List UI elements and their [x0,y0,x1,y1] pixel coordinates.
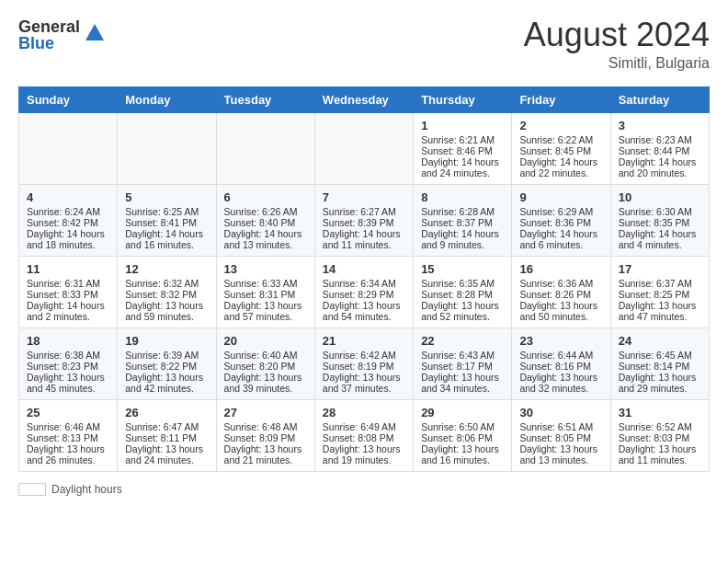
day-number: 25 [27,406,109,419]
calendar-cell: 3Sunrise: 6:23 AMSunset: 8:44 PMDaylight… [610,113,709,185]
day-info: Daylight: 13 hours and 24 minutes. [125,443,208,465]
day-info: Sunset: 8:09 PM [224,432,307,443]
day-info: Daylight: 14 hours and 11 minutes. [323,228,405,250]
calendar-cell: 1Sunrise: 6:21 AMSunset: 8:46 PMDaylight… [414,113,512,185]
day-info: Sunrise: 6:28 AM [421,206,504,217]
calendar-cell: 23Sunrise: 6:44 AMSunset: 8:16 PMDayligh… [512,328,610,400]
day-number: 15 [421,262,504,276]
day-number: 20 [224,334,307,348]
day-info: Sunset: 8:41 PM [125,217,208,228]
calendar-cell: 19Sunrise: 6:39 AMSunset: 8:22 PMDayligh… [118,328,216,400]
day-number: 26 [125,406,208,419]
day-info: Daylight: 14 hours and 24 minutes. [421,156,504,178]
day-info: Sunrise: 6:42 AM [323,350,405,361]
day-info: Sunset: 8:25 PM [619,289,701,300]
calendar-cell: 4Sunrise: 6:24 AMSunset: 8:42 PMDaylight… [19,185,118,257]
day-info: Daylight: 13 hours and 45 minutes. [27,372,109,394]
day-info: Daylight: 13 hours and 54 minutes. [323,300,405,322]
day-info: Sunset: 8:26 PM [519,289,602,300]
day-info: Sunset: 8:46 PM [421,145,504,156]
day-info: Daylight: 14 hours and 18 minutes. [27,228,109,250]
day-info: Sunrise: 6:44 AM [519,350,602,361]
calendar-cell [19,113,118,185]
calendar-cell: 18Sunrise: 6:38 AMSunset: 8:23 PMDayligh… [19,328,118,400]
calendar-cell: 12Sunrise: 6:32 AMSunset: 8:32 PMDayligh… [118,257,216,328]
calendar-cell: 16Sunrise: 6:36 AMSunset: 8:26 PMDayligh… [512,257,610,328]
day-header: Friday [512,87,610,113]
day-info: Sunrise: 6:36 AM [519,278,602,289]
day-number: 2 [519,119,602,132]
day-info: Sunset: 8:23 PM [27,361,109,372]
day-info: Sunrise: 6:26 AM [224,206,307,217]
calendar-cell: 25Sunrise: 6:46 AMSunset: 8:13 PMDayligh… [19,400,118,472]
day-info: Sunrise: 6:37 AM [619,278,701,289]
day-info: Daylight: 14 hours and 9 minutes. [421,228,504,250]
day-info: Daylight: 13 hours and 19 minutes. [323,443,405,465]
calendar-cell: 29Sunrise: 6:50 AMSunset: 8:06 PMDayligh… [414,400,512,472]
day-info: Daylight: 13 hours and 32 minutes. [519,372,602,394]
calendar-cell: 9Sunrise: 6:29 AMSunset: 8:36 PMDaylight… [512,185,610,257]
day-info: Sunset: 8:45 PM [519,145,602,156]
day-info: Daylight: 13 hours and 47 minutes. [619,300,701,322]
day-info: Sunset: 8:33 PM [27,289,109,300]
day-info: Sunrise: 6:33 AM [224,278,307,289]
calendar-week-row: 11Sunrise: 6:31 AMSunset: 8:33 PMDayligh… [19,257,710,328]
day-info: Sunrise: 6:30 AM [619,206,701,217]
day-number: 6 [224,190,307,204]
day-number: 1 [421,119,504,132]
day-header: Monday [118,87,216,113]
day-info: Daylight: 13 hours and 16 minutes. [421,443,504,465]
calendar-week-row: 18Sunrise: 6:38 AMSunset: 8:23 PMDayligh… [19,328,710,400]
logo-general: General [18,18,80,35]
day-header: Wednesday [314,87,413,113]
day-info: Sunrise: 6:50 AM [421,421,504,432]
day-info: Sunrise: 6:29 AM [519,206,602,217]
day-number: 30 [519,406,602,419]
day-info: Daylight: 13 hours and 21 minutes. [224,443,307,465]
logo-icon [84,22,106,44]
calendar-cell: 6Sunrise: 6:26 AMSunset: 8:40 PMDaylight… [216,185,314,257]
day-info: Daylight: 13 hours and 13 minutes. [519,443,602,465]
calendar-cell: 7Sunrise: 6:27 AMSunset: 8:39 PMDaylight… [314,185,413,257]
day-info: Sunrise: 6:39 AM [125,350,208,361]
day-info: Sunrise: 6:22 AM [519,134,602,145]
day-info: Daylight: 13 hours and 37 minutes. [323,372,405,394]
day-number: 29 [421,406,504,419]
calendar-cell: 5Sunrise: 6:25 AMSunset: 8:41 PMDaylight… [118,185,216,257]
day-info: Daylight: 13 hours and 52 minutes. [421,300,504,322]
calendar-week-row: 25Sunrise: 6:46 AMSunset: 8:13 PMDayligh… [19,400,710,472]
day-info: Daylight: 13 hours and 11 minutes. [619,443,701,465]
day-info: Sunrise: 6:25 AM [125,206,208,217]
day-number: 9 [519,190,602,204]
day-number: 27 [224,406,307,419]
day-info: Daylight: 13 hours and 26 minutes. [27,443,109,465]
day-info: Daylight: 14 hours and 16 minutes. [125,228,208,250]
calendar-cell: 21Sunrise: 6:42 AMSunset: 8:19 PMDayligh… [314,328,413,400]
day-info: Sunset: 8:14 PM [619,361,701,372]
page-header: General Blue August 2024 Simitli, Bulgar… [18,18,710,72]
day-info: Sunset: 8:20 PM [224,361,307,372]
day-info: Daylight: 14 hours and 6 minutes. [519,228,602,250]
day-info: Sunset: 8:40 PM [224,217,307,228]
calendar-cell: 20Sunrise: 6:40 AMSunset: 8:20 PMDayligh… [216,328,314,400]
day-info: Sunset: 8:11 PM [125,432,208,443]
day-header: Tuesday [216,87,314,113]
day-info: Sunset: 8:32 PM [125,289,208,300]
month-year: August 2024 [524,18,710,52]
day-number: 28 [323,406,405,419]
day-info: Sunset: 8:36 PM [519,217,602,228]
day-number: 12 [125,262,208,276]
calendar-cell: 31Sunrise: 6:52 AMSunset: 8:03 PMDayligh… [610,400,709,472]
day-info: Daylight: 13 hours and 39 minutes. [224,372,307,394]
day-info: Sunrise: 6:48 AM [224,421,307,432]
day-info: Sunrise: 6:51 AM [519,421,602,432]
title-block: August 2024 Simitli, Bulgaria [524,18,710,72]
day-info: Daylight: 14 hours and 13 minutes. [224,228,307,250]
calendar-cell: 27Sunrise: 6:48 AMSunset: 8:09 PMDayligh… [216,400,314,472]
day-info: Sunset: 8:19 PM [323,361,405,372]
day-info: Sunset: 8:08 PM [323,432,405,443]
day-number: 10 [619,190,701,204]
calendar-week-row: 1Sunrise: 6:21 AMSunset: 8:46 PMDaylight… [19,113,710,185]
calendar-cell: 10Sunrise: 6:30 AMSunset: 8:35 PMDayligh… [610,185,709,257]
day-info: Sunrise: 6:49 AM [323,421,405,432]
